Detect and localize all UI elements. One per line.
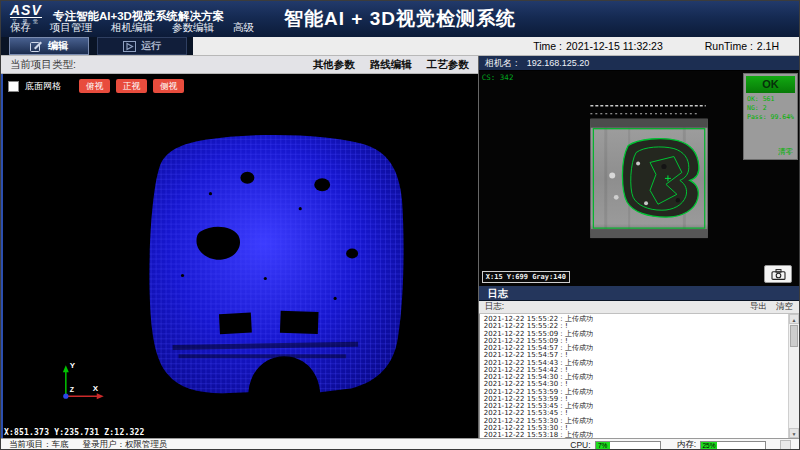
scroll-down-icon[interactable]: ▼ (789, 428, 799, 438)
menu-bar: 保存项目管理相机编辑参数编辑高级 (10, 21, 254, 35)
system-meters: CPU: 7% 内存: 25% (570, 439, 780, 450)
time-value: 2021-12-15 11:32:23 (566, 40, 663, 52)
axis-y-label: Y (70, 361, 76, 370)
param-link[interactable]: 其他参数 (313, 58, 355, 72)
run-play-icon (123, 41, 136, 52)
project-value: 车底 (52, 439, 69, 450)
tab-edit-label: 编辑 (48, 39, 68, 53)
3d-toolbar: 底面网格 俯视正视侧视 (8, 79, 184, 93)
page-title: 智能AI + 3D视觉检测系统 (284, 6, 516, 32)
reset-counters-link[interactable]: 清零 (778, 147, 795, 157)
app-window: ASV 艾 视 觉 专注智能AI+3D视觉系统解决方案 智能AI + 3D视觉检… (0, 0, 800, 450)
param-links: 其他参数路线编辑工艺参数 (313, 58, 469, 72)
view-buttons: 俯视正视侧视 (79, 79, 184, 93)
view-button[interactable]: 正视 (116, 79, 147, 93)
runtime-value: 2.1H (757, 40, 779, 52)
clear-link[interactable]: 清空 (776, 301, 793, 313)
3d-viewport[interactable]: 底面网格 俯视正视侧视 (1, 74, 478, 438)
time-label: Time : (533, 40, 562, 52)
main-area: 当前项目类型: 其他参数路线编辑工艺参数 底面网格 俯视正视侧视 (1, 56, 799, 438)
camera-icon (771, 269, 786, 280)
cpu-fill: 7% (596, 442, 610, 449)
log-label: 日志: (485, 301, 504, 313)
memory-meter: 内存: 25% (677, 439, 766, 450)
menu-item[interactable]: 高级 (233, 21, 254, 35)
status-bar: 当前项目： 车底 登录用户： 权限管理员 CPU: 7% 内存: 25% (1, 438, 799, 450)
log-entry: 2021-12-22 15:53:18 : 上传成功 (484, 432, 785, 438)
point-cloud-object (149, 135, 403, 393)
left-panel: 当前项目类型: 其他参数路线编辑工艺参数 底面网格 俯视正视侧视 (1, 56, 478, 438)
project-type-label: 当前项目类型: (10, 58, 76, 72)
view-button[interactable]: 侧视 (153, 79, 184, 93)
right-panel: 相机名： 192.168.125.20 CS: 342 (478, 56, 799, 438)
tab-edit[interactable]: 编辑 (9, 37, 89, 55)
project-label: 当前项目： (9, 439, 52, 450)
scrollbar-thumb[interactable] (790, 325, 798, 347)
log-scrollbar[interactable]: ▲ ▼ (788, 314, 799, 438)
camera-ip: 192.168.125.20 (527, 58, 590, 68)
stat-line: Pass: 99.64% (746, 113, 795, 122)
scroll-corner (780, 440, 791, 450)
runtime-label: RunTime : (705, 40, 753, 52)
menu-item[interactable]: 相机编辑 (111, 21, 153, 35)
memory-label: 内存: (677, 439, 696, 450)
log-toolbar: 日志: 导出 清空 (479, 301, 799, 314)
axis-z-label: Z (70, 386, 75, 393)
log-list[interactable]: 2021-12-22 15:55:22 : 上传成功2021-12-22 15:… (479, 314, 799, 438)
bottom-grid-label: 底面网格 (25, 80, 61, 93)
pixel-readout: X:15 Y:699 Gray:140 (482, 271, 570, 283)
time-bar: Time :2021-12-15 11:32:23 RunTime :2.1H (193, 37, 799, 55)
scroll-up-icon[interactable]: ▲ (789, 314, 799, 324)
edit-pencil-icon (30, 41, 43, 52)
stats-panel: OK OK: 561NG: 2Pass: 99.64% 清零 (743, 73, 798, 160)
param-link[interactable]: 路线编辑 (370, 58, 412, 72)
bottom-grid-checkbox[interactable] (8, 81, 19, 92)
menu-item[interactable]: 保存 (10, 21, 31, 35)
camera-view[interactable]: CS: 342 (479, 71, 799, 286)
cpu-meter: CPU: 7% (570, 440, 660, 450)
menu-item[interactable]: 项目管理 (50, 21, 92, 35)
point-cloud-canvas: Y X Z (1, 74, 478, 437)
axis-gizmo: Y X Z (63, 361, 104, 399)
log-panel-title: 日志 (479, 286, 799, 301)
view-button[interactable]: 俯视 (79, 79, 110, 93)
tab-row: 编辑 运行 Time :2021-12-15 11:32:23 RunTime … (1, 37, 799, 56)
header: ASV 艾 视 觉 专注智能AI+3D视觉系统解决方案 智能AI + 3D视觉检… (1, 1, 799, 37)
system-time: Time :2021-12-15 11:32:23 (533, 40, 663, 52)
snapshot-button[interactable] (764, 265, 792, 283)
memory-fill: 25% (701, 442, 717, 449)
tabs: 编辑 运行 (1, 37, 193, 55)
axis-x-label: X (93, 384, 99, 393)
cursor-coords-readout: X:851.373 Y:235.731 Z:12.322 (4, 428, 144, 437)
user-label: 登录用户： (83, 439, 126, 450)
tab-run[interactable]: 运行 (97, 37, 187, 55)
user-value: 权限管理员 (125, 439, 168, 450)
run-time: RunTime :2.1H (705, 40, 779, 52)
tab-run-label: 运行 (141, 39, 161, 53)
status-badge: OK (746, 76, 795, 93)
param-link[interactable]: 工艺参数 (427, 58, 469, 72)
stats-lines: OK: 561NG: 2Pass: 99.64% (746, 95, 795, 122)
stat-line: NG: 2 (746, 104, 795, 113)
menu-item[interactable]: 参数编辑 (172, 21, 214, 35)
export-link[interactable]: 导出 (750, 301, 767, 313)
stat-line: OK: 561 (746, 95, 795, 104)
project-type-bar: 当前项目类型: 其他参数路线编辑工艺参数 (1, 56, 478, 74)
logo-text: ASV (10, 4, 42, 18)
camera-header: 相机名： 192.168.125.20 (479, 56, 799, 71)
camera-name-label: 相机名： (485, 57, 521, 70)
cpu-label: CPU: (570, 440, 590, 450)
